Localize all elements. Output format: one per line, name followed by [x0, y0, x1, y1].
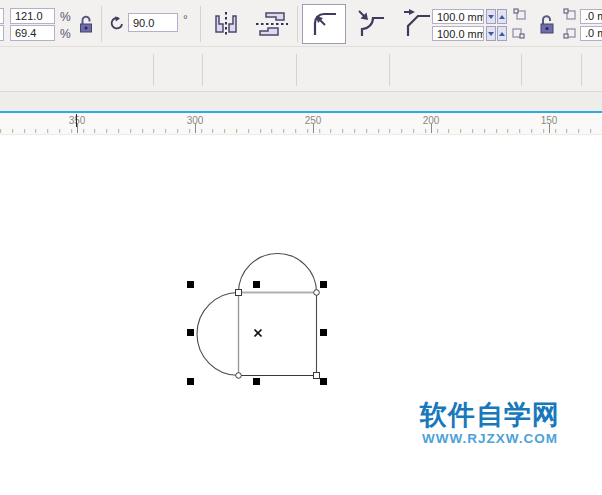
ruler-cursor-marker: [76, 114, 77, 127]
selection-handle-bottom-left[interactable]: [187, 378, 194, 385]
round-corner-icon: [308, 8, 340, 40]
rotate-icon: [108, 14, 126, 32]
watermark: 软件自学网 WWW.RJZXW.COM: [414, 401, 566, 446]
mirror-horizontal-button[interactable]: [208, 9, 244, 39]
spin-up-icon[interactable]: [497, 9, 507, 24]
separator: [521, 54, 522, 86]
ruler-major-tick: [195, 124, 196, 133]
separator: [200, 6, 201, 42]
left-semicircle-arc[interactable]: [197, 293, 239, 376]
outline-bottom-field[interactable]: .0 mm: [580, 26, 602, 41]
separator: [202, 54, 203, 86]
top-semicircle-arc[interactable]: [239, 254, 317, 293]
selection-handle-top-left[interactable]: [187, 281, 194, 288]
selection-handle-middle-left[interactable]: [187, 329, 194, 336]
scale-x-input[interactable]: [10, 8, 55, 24]
node-bottom-left[interactable]: [236, 373, 242, 379]
ruler-major-tick: [431, 124, 432, 133]
spin-down-icon[interactable]: [486, 26, 496, 41]
separator: [297, 6, 298, 42]
horizontal-ruler[interactable]: 350 300 250 200 150: [0, 113, 602, 135]
separator: [153, 54, 154, 86]
coreldraw-window: % % °: [0, 0, 602, 495]
scalloped-corner-icon: [356, 8, 388, 40]
watermark-title: 软件自学网: [414, 401, 566, 429]
separator: [296, 54, 297, 86]
unlock-icon: [78, 15, 94, 33]
toolbox-bar: 字: [0, 47, 602, 92]
node-top-right[interactable]: [314, 290, 320, 296]
percent-y-label: %: [60, 27, 71, 41]
percent-x-label: %: [60, 10, 71, 24]
selection-handle-bottom-middle[interactable]: [253, 378, 260, 385]
selection-handle-top-middle[interactable]: [253, 281, 260, 288]
toolbar-gap-strip: [0, 92, 602, 111]
degree-label: °: [183, 13, 188, 27]
property-bar: % % °: [0, 0, 602, 47]
scalloped-corner-button[interactable]: [350, 4, 394, 44]
ruler-major-tick: [313, 124, 314, 133]
separator: [101, 6, 102, 42]
separator: [581, 54, 582, 86]
ruler-minor-ticks: [0, 129, 602, 133]
corner-handles-icon: [562, 8, 578, 40]
mirror-horizontal-icon: [209, 10, 243, 38]
mirror-vertical-button[interactable]: [253, 9, 291, 39]
rotation-angle-input[interactable]: [128, 13, 178, 32]
drawing-canvas[interactable]: 软件自学网 WWW.RJZXW.COM: [0, 136, 602, 495]
spin-down-icon[interactable]: [486, 9, 496, 24]
spin-up-icon[interactable]: [497, 26, 507, 41]
corner-radius-top-input[interactable]: [432, 9, 484, 24]
edit-corners-together-button[interactable]: [536, 13, 556, 35]
outline-top-field[interactable]: .0 mm: [580, 9, 602, 24]
round-corner-button[interactable]: [302, 4, 346, 44]
chamfered-corner-icon: [402, 8, 434, 40]
node-top-left[interactable]: [236, 290, 242, 296]
lock-icon: [538, 14, 555, 34]
corner-radius-bottom-input[interactable]: [432, 26, 484, 41]
node-bottom-right[interactable]: [314, 373, 320, 379]
selection-handle-top-right[interactable]: [320, 281, 327, 288]
mirror-vertical-icon: [254, 10, 290, 38]
selection-handle-bottom-right[interactable]: [320, 378, 327, 385]
ruler-major-tick: [77, 124, 78, 133]
separator: [389, 54, 390, 86]
watermark-url: WWW.RJZXW.COM: [414, 431, 566, 446]
selection-handle-middle-right[interactable]: [320, 329, 327, 336]
center-x-marker[interactable]: [255, 330, 262, 337]
ruler-major-tick: [549, 124, 550, 133]
corner-top-spinner[interactable]: [486, 9, 507, 24]
clipped-field-top[interactable]: [0, 8, 4, 24]
scale-y-input[interactable]: [10, 25, 55, 41]
clipped-field-bottom[interactable]: [0, 25, 4, 41]
corner-bottom-spinner[interactable]: [486, 26, 507, 41]
selected-shape[interactable]: [180, 240, 350, 390]
lock-ratio-button[interactable]: [76, 14, 96, 34]
corner-handles-icon: [511, 8, 527, 40]
